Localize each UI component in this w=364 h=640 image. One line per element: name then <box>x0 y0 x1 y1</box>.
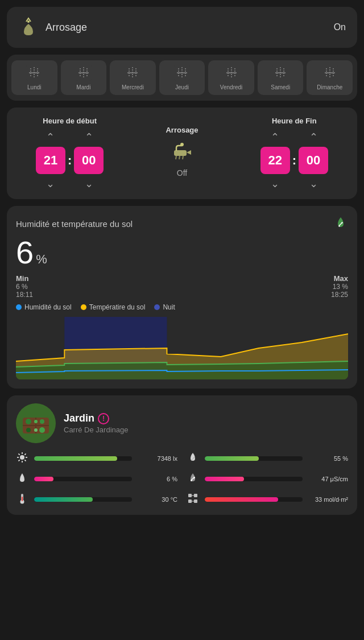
start-min-up[interactable]: ⌃ <box>75 131 104 143</box>
legend-temperature-dot <box>81 304 86 310</box>
water-bar-container <box>34 477 132 481</box>
mol-bar-container <box>205 497 303 502</box>
end-min-down[interactable]: ⌄ <box>299 177 328 190</box>
days-card: Lundi Mardi Mercredi Jeudi <box>7 55 357 101</box>
day-mercredi[interactable]: Mercredi <box>110 60 156 95</box>
svg-point-54 <box>34 428 38 432</box>
day-samedi-label: Samedi <box>271 84 290 90</box>
humidity-chart <box>16 317 348 379</box>
arrosage-center-icon <box>171 140 193 163</box>
brightness-bar <box>34 456 117 461</box>
sensor-water: 6 % <box>16 472 177 486</box>
watering-header-icon <box>18 16 39 39</box>
humidity-pct-value: 55 % <box>308 455 348 462</box>
end-min-up[interactable]: ⌃ <box>299 131 328 143</box>
start-hour-up[interactable]: ⌃ <box>36 131 65 143</box>
conductivity-bar <box>205 477 244 481</box>
day-jeudi-label: Jeudi <box>175 84 189 90</box>
day-lundi[interactable]: Lundi <box>11 60 57 95</box>
schedule-card: Heure de début ⌃ ⌃ 21 : 00 ⌄ <box>7 108 357 199</box>
sensor-conductivity: 47 μS/cm <box>187 472 348 486</box>
min-time: 18:11 <box>16 291 33 299</box>
sensor-brightness: 7348 lx <box>16 451 177 466</box>
water-drop-icon <box>16 472 28 486</box>
svg-point-43 <box>341 222 342 223</box>
svg-point-0 <box>27 20 30 23</box>
svg-point-66 <box>194 457 195 459</box>
svg-point-51 <box>26 428 31 432</box>
svg-point-52 <box>39 427 45 433</box>
sensor-mol: 33 mol/d·m² <box>187 492 348 507</box>
svg-point-50 <box>40 419 44 424</box>
start-hour-down[interactable]: ⌄ <box>36 177 65 190</box>
header-card: Arrosage On <box>7 7 357 48</box>
arrosage-center-col: Arrosage Off <box>128 117 235 177</box>
end-time-col: Heure de Fin ⌃ ⌃ 22 : 00 ⌄ <box>241 117 348 190</box>
day-jeudi[interactable]: Jeudi <box>159 60 205 95</box>
day-mardi[interactable]: Mardi <box>61 60 107 95</box>
svg-rect-74 <box>194 494 197 497</box>
max-time: 18:25 <box>331 291 348 299</box>
humidity-value: 6 <box>16 237 34 269</box>
svg-line-40 <box>183 156 183 159</box>
end-min-box[interactable]: 00 <box>299 147 328 174</box>
start-min-box[interactable]: 00 <box>74 147 104 174</box>
svg-rect-73 <box>188 494 192 497</box>
svg-point-69 <box>193 477 195 478</box>
legend-temperature-label: Températire du sol <box>89 303 146 311</box>
temperature-bar-container <box>34 497 132 502</box>
conductivity-value: 47 μS/cm <box>308 476 348 482</box>
header-left: Arrosage <box>18 16 87 39</box>
svg-line-39 <box>179 156 180 159</box>
temperature-bar <box>34 497 93 502</box>
humidity-pct-bar <box>205 456 259 461</box>
svg-line-61 <box>24 460 26 461</box>
sensor-temperature: 30 °C <box>16 492 177 507</box>
minmax-row: Min 6 % 18:11 Max 13 % 18:25 <box>16 274 348 299</box>
end-time-sep: : <box>292 153 296 168</box>
legend-humidity-label: Humidité du sol <box>24 303 72 311</box>
arrosage-label: Arrosage <box>166 126 198 134</box>
svg-rect-36 <box>174 150 187 156</box>
svg-point-53 <box>34 420 38 423</box>
temperature-value: 30 °C <box>138 496 177 503</box>
day-vendredi[interactable]: Vendredi <box>208 60 254 95</box>
end-hour-down[interactable]: ⌄ <box>260 177 289 190</box>
end-time-label: Heure de Fin <box>272 117 317 125</box>
mol-icon <box>187 492 199 507</box>
min-value: 6 % <box>16 283 33 291</box>
conductivity-icon <box>187 472 199 486</box>
day-dimanche[interactable]: Dimanche <box>307 60 353 95</box>
jardin-alert-icon: ! <box>98 413 109 424</box>
temperature-icon <box>16 492 28 507</box>
jardin-info: Jardin ! Carré De Jardinage <box>64 412 128 434</box>
min-label: Min <box>16 274 33 283</box>
svg-point-55 <box>20 455 24 460</box>
max-value: 13 % <box>331 283 348 291</box>
mol-bar <box>205 497 278 502</box>
day-dimanche-label: Dimanche <box>317 84 342 90</box>
svg-point-49 <box>26 419 31 424</box>
legend-nuit: Nuit <box>154 303 175 311</box>
svg-rect-72 <box>22 497 23 501</box>
svg-line-60 <box>19 454 20 455</box>
brightness-value: 7348 lx <box>138 455 177 462</box>
humidity-pct-bar-container <box>205 456 303 461</box>
humidity-card: Humidité et température du sol 6 % Min 6… <box>7 206 357 389</box>
svg-rect-75 <box>188 499 192 503</box>
jardin-header: Jardin ! Carré De Jardinage <box>16 403 348 443</box>
end-hour-up[interactable]: ⌃ <box>260 131 289 143</box>
day-samedi[interactable]: Samedi <box>258 60 304 95</box>
svg-point-42 <box>338 225 340 226</box>
jardin-name-text: Jardin <box>64 412 94 424</box>
humidity-header-icon <box>333 215 348 232</box>
start-time-sep: : <box>68 153 72 168</box>
start-min-down[interactable]: ⌄ <box>75 177 104 190</box>
start-hour-box[interactable]: 21 <box>36 147 65 174</box>
water-value: 6 % <box>138 476 177 482</box>
end-hour-box[interactable]: 22 <box>260 147 290 174</box>
jardin-card: Jardin ! Carré De Jardinage <box>7 395 357 515</box>
header-status: On <box>334 22 346 32</box>
humidity-unit: % <box>36 252 47 267</box>
water-bar <box>34 477 53 481</box>
